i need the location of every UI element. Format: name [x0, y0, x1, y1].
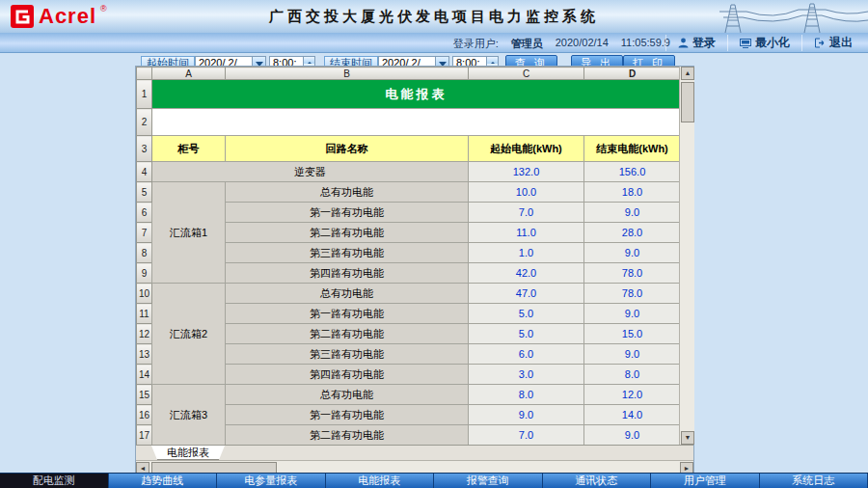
- spreadsheet-panel: A B C D 1 电能报表 2 3 柜号 回路名称 起始电能(kWh) 结束电…: [135, 66, 694, 473]
- header-circuit[interactable]: 回路名称: [226, 136, 469, 162]
- table-cell[interactable]: 11.0: [469, 223, 584, 243]
- report-title-cell[interactable]: 电能报表: [152, 80, 681, 109]
- row-header[interactable]: 5: [137, 182, 152, 203]
- row-header[interactable]: 4: [137, 162, 152, 182]
- nav-energy-report[interactable]: 电能报表: [326, 474, 435, 488]
- table-cell[interactable]: 3.0: [469, 365, 584, 385]
- table-cell[interactable]: 9.0: [584, 344, 681, 365]
- table-cell[interactable]: 9.0: [584, 243, 681, 263]
- col-header-d[interactable]: D: [584, 68, 681, 80]
- horizontal-scrollbar[interactable]: ◄ ►: [136, 460, 693, 474]
- table-cell[interactable]: 第二路有功电能: [226, 425, 469, 446]
- table-cell[interactable]: 1.0: [469, 243, 584, 263]
- row-header[interactable]: 6: [137, 203, 152, 223]
- table-cell[interactable]: 9.0: [584, 203, 681, 223]
- nav-alarm-query[interactable]: 报警查询: [434, 474, 543, 488]
- col-header-a[interactable]: A: [152, 68, 226, 80]
- energy-report-table: A B C D 1 电能报表 2 3 柜号 回路名称 起始电能(kWh) 结束电…: [136, 67, 681, 446]
- row-header[interactable]: 11: [137, 304, 152, 324]
- table-cell[interactable]: 6.0: [469, 344, 584, 365]
- user-label: 登录用户:: [453, 37, 499, 51]
- exit-button[interactable]: 退出: [801, 35, 864, 51]
- table-cell[interactable]: 156.0: [584, 162, 681, 182]
- table-cell[interactable]: 78.0: [584, 284, 681, 304]
- table-cell[interactable]: 8.0: [584, 365, 681, 385]
- table-cell[interactable]: 第三路有功电能: [226, 344, 469, 365]
- table-row: 1 电能报表: [137, 80, 681, 109]
- table-cell[interactable]: 18.0: [584, 182, 681, 203]
- row-header[interactable]: 9: [137, 263, 152, 284]
- table-cell[interactable]: 第一路有功电能: [226, 405, 469, 425]
- cell-group-3[interactable]: 汇流箱3: [152, 385, 226, 446]
- table-cell[interactable]: 47.0: [469, 284, 584, 304]
- table-cell[interactable]: 9.0: [584, 304, 681, 324]
- row-header[interactable]: 17: [137, 425, 152, 446]
- vertical-scrollbar[interactable]: ▲ ▼: [679, 67, 694, 445]
- minimize-icon: [740, 38, 751, 48]
- nav-parameter-report[interactable]: 电参量报表: [217, 474, 326, 488]
- row-header[interactable]: 12: [137, 324, 152, 344]
- table-cell[interactable]: 42.0: [469, 263, 584, 284]
- user-info: 登录用户: 管理员 2020/02/14 11:05:59.9: [453, 37, 670, 51]
- nav-user-management[interactable]: 用户管理: [651, 474, 760, 488]
- cell-group-2[interactable]: 汇流箱2: [152, 284, 226, 385]
- row-header[interactable]: 3: [137, 136, 152, 162]
- header-cabinet[interactable]: 柜号: [152, 136, 226, 162]
- header-end-energy[interactable]: 结束电能(kWh): [584, 136, 681, 162]
- table-cell[interactable]: 总有功电能: [226, 385, 469, 405]
- table-cell[interactable]: 15.0: [584, 324, 681, 344]
- table-cell[interactable]: 8.0: [469, 385, 584, 405]
- vertical-scroll-thumb[interactable]: [681, 82, 694, 122]
- scroll-up-icon[interactable]: ▲: [681, 67, 694, 80]
- row-header[interactable]: 15: [137, 385, 152, 405]
- table-cell[interactable]: 第三路有功电能: [226, 243, 469, 263]
- table-cell[interactable]: 10.0: [469, 182, 584, 203]
- blank-cell[interactable]: [152, 109, 681, 136]
- row-header[interactable]: 13: [137, 344, 152, 365]
- table-cell[interactable]: 9.0: [584, 425, 681, 446]
- row-header[interactable]: 8: [137, 243, 152, 263]
- minimize-button[interactable]: 最小化: [727, 35, 801, 51]
- table-cell[interactable]: 第一路有功电能: [226, 304, 469, 324]
- col-header-c[interactable]: C: [469, 68, 584, 80]
- nav-trend-curve[interactable]: 趋势曲线: [109, 474, 218, 488]
- scroll-down-icon[interactable]: ▼: [681, 431, 694, 445]
- table-cell[interactable]: 7.0: [469, 425, 584, 446]
- table-cell[interactable]: 第二路有功电能: [226, 223, 469, 243]
- col-header-b[interactable]: B: [226, 68, 469, 80]
- table-cell[interactable]: 12.0: [584, 385, 681, 405]
- row-header[interactable]: 14: [137, 365, 152, 385]
- select-all-corner[interactable]: [137, 68, 152, 80]
- table-cell[interactable]: 5.0: [469, 324, 584, 344]
- nav-system-log[interactable]: 系统日志: [760, 474, 868, 488]
- table-cell[interactable]: 总有功电能: [226, 284, 469, 304]
- current-date: 2020/02/14: [556, 37, 609, 51]
- exit-label: 退出: [829, 35, 853, 51]
- table-cell[interactable]: 78.0: [584, 263, 681, 284]
- row-header[interactable]: 10: [137, 284, 152, 304]
- nav-distribution-monitoring[interactable]: 配电监测: [0, 474, 109, 488]
- login-button[interactable]: 登录: [665, 35, 727, 51]
- row-header[interactable]: 16: [137, 405, 152, 425]
- table-cell[interactable]: 132.0: [469, 162, 584, 182]
- table-cell[interactable]: 第四路有功电能: [226, 365, 469, 385]
- table-row: 10 汇流箱2 总有功电能 47.0 78.0: [137, 284, 681, 304]
- cell-group-1[interactable]: 汇流箱1: [152, 182, 226, 284]
- cell-inverter[interactable]: 逆变器: [152, 162, 469, 182]
- table-cell[interactable]: 5.0: [469, 304, 584, 324]
- header-start-energy[interactable]: 起始电能(kWh): [469, 136, 584, 162]
- table-cell[interactable]: 第一路有功电能: [226, 203, 469, 223]
- nav-comm-status[interactable]: 通讯状态: [543, 474, 652, 488]
- table-cell[interactable]: 28.0: [584, 223, 681, 243]
- table-cell[interactable]: 总有功电能: [226, 182, 469, 203]
- table-cell[interactable]: 9.0: [469, 405, 584, 425]
- table-cell[interactable]: 第四路有功电能: [226, 263, 469, 284]
- row-header[interactable]: 1: [137, 80, 152, 109]
- table-cell[interactable]: 第二路有功电能: [226, 324, 469, 344]
- row-header[interactable]: 7: [137, 223, 152, 243]
- app-header: Acrel ® 广西交投大厦光伏发电项目电力监控系统: [0, 0, 868, 33]
- table-cell[interactable]: 14.0: [584, 405, 681, 425]
- row-header[interactable]: 2: [137, 109, 152, 136]
- tab-energy-report[interactable]: 电能报表: [151, 446, 225, 460]
- table-cell[interactable]: 7.0: [469, 203, 584, 223]
